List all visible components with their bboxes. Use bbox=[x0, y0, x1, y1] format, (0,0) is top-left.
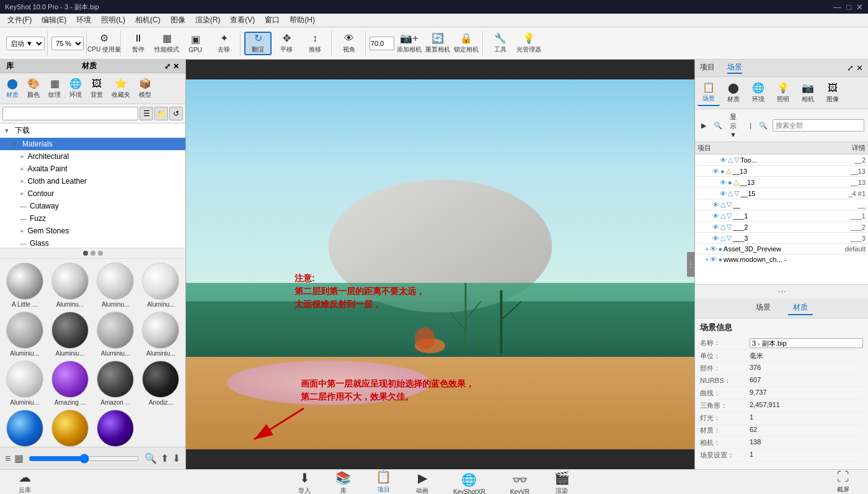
scene-item-www[interactable]: + 👁 ● www.modown_ch... - bbox=[695, 254, 868, 264]
material-item-1[interactable]: A Little ... bbox=[2, 261, 46, 309]
cpu-btn[interactable]: ⚙ CPU 使用量 bbox=[91, 32, 118, 55]
search-options-btn[interactable]: ☰ bbox=[140, 107, 153, 120]
library-btn[interactable]: 📚 库 bbox=[329, 468, 357, 495]
menu-lighting[interactable]: 照明(L) bbox=[96, 14, 130, 27]
tree-item-glass[interactable]: — Glass bbox=[0, 237, 185, 248]
lib-tab-collect[interactable]: ⭐ 收藏夹 bbox=[108, 76, 134, 101]
menu-env[interactable]: 环境 bbox=[71, 14, 96, 27]
side-collapse-btn[interactable]: ⋮ bbox=[687, 252, 694, 277]
material-item-12[interactable]: Anodiz... bbox=[139, 359, 183, 407]
render-btn[interactable]: ↻ 翻渲 bbox=[244, 32, 272, 55]
search-icon[interactable]: 🔍 bbox=[144, 452, 157, 464]
render-area[interactable]: 注意: 第二层到第一层的距离不要太远， 太远很难反射到一层， 画面中第一层就应呈… bbox=[186, 79, 694, 449]
scene-item-2[interactable]: 👁 △ ▽ ___2 ___2 bbox=[695, 222, 868, 232]
plus-icon-asset[interactable]: + bbox=[705, 245, 709, 253]
rt-tab-image[interactable]: 🖼 图像 bbox=[822, 81, 844, 106]
search-input[interactable] bbox=[2, 107, 138, 120]
rt-search-btn[interactable]: 🔍 bbox=[756, 120, 770, 131]
add-camera-btn[interactable]: 📷+ 添加相机 bbox=[396, 32, 423, 55]
menu-window[interactable]: 窗口 bbox=[260, 14, 285, 27]
menu-help[interactable]: 帮助(H) bbox=[285, 14, 320, 27]
si-value-name[interactable] bbox=[750, 338, 863, 348]
vis-icon-3[interactable]: 👁 bbox=[720, 179, 727, 186]
menu-image[interactable]: 图像 bbox=[166, 14, 190, 27]
animation-btn[interactable]: ▶ 动画 bbox=[410, 468, 435, 495]
tree-item-architectural[interactable]: + Architectural bbox=[0, 150, 185, 163]
project-btn[interactable]: 📋 项目 bbox=[370, 467, 397, 495]
material-item-3[interactable]: Aluminu... bbox=[94, 261, 138, 309]
lib-tab-model[interactable]: 📦 模型 bbox=[135, 76, 155, 101]
tree-item-axalta[interactable]: + Axalta Paint bbox=[0, 163, 185, 175]
lib-tab-env[interactable]: 🌐 环境 bbox=[66, 76, 86, 101]
menu-render[interactable]: 渲染(R) bbox=[190, 14, 226, 27]
lib-tab-texture[interactable]: ▦ 纹理 bbox=[45, 76, 64, 101]
size-slider[interactable] bbox=[29, 454, 140, 464]
render-output-btn[interactable]: 🎬 渲染 bbox=[548, 468, 576, 495]
tree-item-gem[interactable]: + Gem Stones bbox=[0, 225, 185, 237]
right-search-input[interactable] bbox=[773, 119, 864, 132]
scene-item-1[interactable]: 👁 △ ▽ ___1 ___1 bbox=[695, 210, 868, 221]
material-item-4[interactable]: Aluminu... bbox=[139, 261, 183, 309]
pan-btn[interactable]: ✥ 平移 bbox=[273, 32, 300, 55]
library-panel-close-btn[interactable]: ✕ bbox=[173, 62, 179, 71]
vis-icon-2[interactable]: 👁 bbox=[712, 168, 719, 175]
pause-btn[interactable]: ⏸ 暂停 bbox=[125, 32, 152, 55]
tree-item-materials[interactable]: ▾ Materials bbox=[0, 138, 185, 150]
list-view-icon[interactable]: ≡ bbox=[5, 453, 11, 464]
material-item-10[interactable]: Amazing ... bbox=[48, 359, 92, 407]
reset-camera-btn[interactable]: 🔄 重置相机 bbox=[424, 32, 451, 55]
material-item-13[interactable]: Anodiz... bbox=[2, 408, 46, 447]
vis-icon-www[interactable]: 👁 bbox=[710, 256, 717, 263]
stb-tab-scene[interactable]: 场景 bbox=[751, 301, 776, 315]
three-dots[interactable]: ⋯ bbox=[695, 285, 868, 299]
scene-item-asset[interactable]: + 👁 ● Asset_3D_Preview default bbox=[695, 244, 868, 254]
vis-icon-1[interactable]: 👁 bbox=[720, 156, 727, 164]
stb-tab-material[interactable]: 材质 bbox=[788, 301, 813, 315]
vis-icon-6[interactable]: 👁 bbox=[712, 212, 719, 220]
camera-number[interactable] bbox=[370, 37, 394, 50]
dot-3[interactable] bbox=[98, 251, 103, 256]
plus-icon-www[interactable]: + bbox=[705, 256, 709, 263]
rt-expand-all-btn[interactable]: ▶ bbox=[699, 120, 709, 131]
upload-icon[interactable]: ⬆ bbox=[161, 452, 169, 464]
vis-icon-7[interactable]: 👁 bbox=[712, 223, 719, 231]
material-item-9[interactable]: Aluminiu... bbox=[2, 359, 46, 407]
fullscreen-btn[interactable]: ⛶ 截屏 bbox=[831, 467, 856, 494]
vis-icon-asset[interactable]: 👁 bbox=[710, 245, 717, 253]
search-refresh-btn[interactable]: ↺ bbox=[169, 107, 183, 120]
rt-tab-lighting[interactable]: 💡 照明 bbox=[772, 80, 794, 106]
lib-tab-bg[interactable]: 🖼 背景 bbox=[87, 76, 107, 101]
material-item-15[interactable]: Anodize... bbox=[94, 408, 138, 447]
grid-view-icon[interactable]: ▦ bbox=[14, 452, 24, 464]
vis-icon-5[interactable]: 👁 bbox=[712, 201, 719, 209]
lib-tab-material[interactable]: ⬤ 材质 bbox=[2, 76, 22, 101]
dot-2[interactable] bbox=[91, 251, 95, 256]
tree-item-root[interactable]: ▾ 下载 bbox=[0, 124, 185, 138]
tools-btn[interactable]: 🔧 工具 bbox=[487, 32, 514, 55]
scene-item-too2[interactable]: 👁 △ ▽ Too... __2 bbox=[695, 155, 868, 165]
rh-close-btn[interactable]: ✕ bbox=[856, 63, 863, 73]
scene-item-3[interactable]: 👁 △ ▽ ___3 ___3 bbox=[695, 233, 868, 243]
download-icon[interactable]: ⬇ bbox=[172, 452, 180, 464]
rt-tab-scene[interactable]: 📋 场景 bbox=[698, 79, 720, 106]
gpu-btn[interactable]: ▣ GPU bbox=[182, 32, 209, 55]
search-folder-btn[interactable]: 📁 bbox=[154, 107, 168, 120]
tree-item-fuzz[interactable]: — Fuzz bbox=[0, 212, 185, 225]
push-btn[interactable]: ↕ 推移 bbox=[301, 32, 329, 55]
vis-icon-8[interactable]: 👁 bbox=[712, 235, 719, 242]
vis-icon-4[interactable]: 👁 bbox=[720, 190, 727, 197]
material-item-14[interactable]: Anodized... bbox=[48, 408, 92, 447]
close-btn[interactable]: ✕ bbox=[856, 2, 863, 12]
rh-tab-scene[interactable]: 场景 bbox=[727, 62, 742, 74]
denoise-btn[interactable]: ✦ 去噪 bbox=[210, 32, 237, 55]
material-item-2[interactable]: Aluminu... bbox=[48, 261, 92, 309]
scene-item-blank[interactable]: 👁 △ ▽ __ __ bbox=[695, 199, 868, 210]
rh-expand-btn[interactable]: ⤢ bbox=[847, 63, 854, 73]
menu-view[interactable]: 查看(V) bbox=[225, 14, 260, 27]
lib-tab-color[interactable]: 🎨 颜色 bbox=[24, 76, 43, 101]
rt-tab-camera[interactable]: 📷 相机 bbox=[797, 80, 819, 106]
rt-search-icon-btn[interactable]: 🔍 bbox=[711, 120, 725, 131]
lock-camera-btn[interactable]: 🔒 锁定相机 bbox=[453, 32, 480, 55]
key-vr-btn[interactable]: 👓 KeyVR bbox=[504, 470, 536, 495]
minimize-btn[interactable]: — bbox=[833, 2, 841, 12]
